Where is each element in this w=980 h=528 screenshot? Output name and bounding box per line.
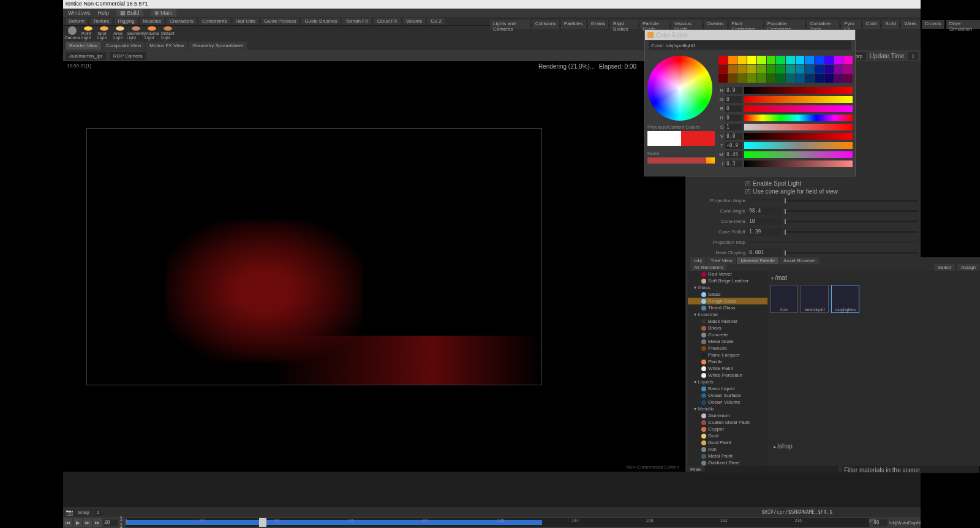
G-slider[interactable] bbox=[744, 96, 853, 103]
color-swatch[interactable] bbox=[805, 65, 814, 74]
color-wheel[interactable] bbox=[647, 56, 712, 121]
shelf-tab[interactable]: Fluid Containers bbox=[729, 20, 763, 29]
enable-spot-checkbox[interactable]: ✓Enable Spot Light bbox=[690, 180, 918, 187]
cone-delta-value[interactable]: 10 bbox=[748, 217, 782, 225]
cone-angle-value[interactable]: 98.4 bbox=[748, 207, 782, 215]
color-editor-panel[interactable]: Color Editor Color: /obj/spotlight1 Prev… bbox=[644, 29, 856, 176]
color-editor-header[interactable]: Color Editor bbox=[645, 30, 855, 40]
shelf-tab[interactable]: Muscles bbox=[140, 18, 164, 25]
color-swatches[interactable] bbox=[718, 56, 853, 83]
shelf-tab[interactable]: Pyro FX bbox=[841, 20, 861, 29]
color-swatch[interactable] bbox=[728, 65, 737, 74]
tree-item[interactable]: White Paint bbox=[688, 365, 767, 372]
near-clip-value[interactable]: 0.001 bbox=[748, 249, 782, 257]
shelf-tab[interactable]: Particles bbox=[561, 20, 586, 29]
color-swatch[interactable] bbox=[786, 65, 795, 74]
play-button[interactable]: ▶ bbox=[74, 518, 82, 527]
view-tab[interactable]: Composite View bbox=[102, 42, 145, 50]
color-swatch[interactable] bbox=[843, 56, 853, 64]
tree-item[interactable]: Glass bbox=[688, 291, 767, 298]
shelf-tab[interactable]: Terrain FX bbox=[342, 18, 371, 25]
G-value[interactable]: 0 bbox=[725, 96, 742, 103]
color-swatch[interactable] bbox=[757, 74, 766, 83]
shelf-tab[interactable]: Collisions bbox=[532, 20, 559, 29]
menu-help[interactable]: Help bbox=[98, 10, 110, 16]
shelf-tab[interactable]: Grains bbox=[588, 20, 609, 29]
tree-item[interactable]: Copper bbox=[688, 426, 767, 432]
color-swatch[interactable] bbox=[737, 74, 747, 83]
shelf-tab[interactable]: Oceans bbox=[704, 20, 727, 29]
filter-input-right[interactable]: Filter materials in the scene: bbox=[842, 466, 979, 473]
shelf-tab[interactable]: Constraints bbox=[199, 18, 230, 25]
color-swatch[interactable] bbox=[737, 56, 747, 64]
color-swatch[interactable] bbox=[843, 74, 853, 83]
tree-item[interactable]: Concrete bbox=[688, 331, 767, 338]
V-value[interactable]: 0.9 bbox=[725, 133, 742, 140]
shelf-tab[interactable]: Cloth bbox=[863, 20, 881, 29]
color-swatch[interactable] bbox=[834, 56, 843, 64]
shelf-tab[interactable]: Volume bbox=[403, 18, 426, 25]
shelf-tab[interactable]: Solid bbox=[882, 20, 899, 29]
shelf-tab[interactable]: Crowds bbox=[922, 20, 944, 29]
color-swatch[interactable] bbox=[757, 65, 766, 74]
M-value[interactable]: 0.45 bbox=[725, 151, 742, 158]
color-swatch[interactable] bbox=[805, 56, 814, 64]
color-swatch[interactable] bbox=[824, 65, 834, 74]
H-value[interactable]: 0 bbox=[725, 115, 742, 121]
snap-icon[interactable]: 📷 bbox=[66, 509, 73, 516]
none-swatch[interactable] bbox=[647, 157, 715, 164]
shelf-tab[interactable]: Rigid Bodies bbox=[610, 20, 638, 29]
shelf-tab[interactable]: Hair Utils bbox=[233, 18, 258, 25]
color-swatch[interactable] bbox=[815, 74, 824, 83]
render-viewport[interactable]: 15:50:21[1] Rendering (21.0%)... Elapsed… bbox=[63, 61, 685, 472]
shelf-tab[interactable]: Go Z bbox=[428, 18, 445, 25]
select-button[interactable]: Select bbox=[934, 264, 955, 271]
tree-item[interactable]: Ocean Surface bbox=[688, 392, 767, 399]
build-mode[interactable]: ▦ Build bbox=[116, 9, 143, 17]
I-slider[interactable] bbox=[744, 160, 853, 167]
tab-asset-browser[interactable]: Asset Browser bbox=[780, 257, 819, 264]
color-swatch[interactable] bbox=[796, 74, 805, 83]
tab-tree-view[interactable]: Tree View bbox=[707, 257, 736, 264]
R-value[interactable]: 0.9 bbox=[725, 87, 742, 94]
view-tab[interactable]: Geometry Spreadsheet bbox=[189, 42, 247, 50]
color-swatch[interactable] bbox=[786, 56, 795, 64]
cone-delta-slider[interactable] bbox=[785, 221, 918, 222]
color-swatch[interactable] bbox=[728, 74, 737, 83]
shelf-tab[interactable]: Particle Fluids bbox=[639, 20, 669, 29]
color-swatch[interactable] bbox=[843, 65, 853, 74]
tab-material-palette[interactable]: Material Palette bbox=[737, 257, 778, 264]
tree-item[interactable]: Black Rubber bbox=[688, 318, 767, 325]
tree-item[interactable]: White Porcelain bbox=[688, 372, 767, 379]
rop-path[interactable]: /out/mantra_ipr bbox=[66, 52, 106, 60]
color-swatch[interactable] bbox=[815, 56, 824, 64]
color-swatch[interactable] bbox=[718, 56, 728, 64]
color-path[interactable]: Color: /obj/spotlight1 bbox=[649, 41, 851, 50]
tree-item[interactable]: Piano Lacquer bbox=[688, 352, 767, 358]
color-swatch[interactable] bbox=[718, 74, 728, 83]
color-swatch[interactable] bbox=[728, 56, 737, 64]
cone-rolloff-slider[interactable] bbox=[785, 231, 918, 233]
color-swatch[interactable] bbox=[824, 74, 834, 83]
B-slider[interactable] bbox=[744, 105, 853, 112]
main-desktop[interactable]: ⊕ Main bbox=[151, 9, 176, 17]
light-tool[interactable]: Camera bbox=[66, 26, 79, 40]
view-tab[interactable]: Render View bbox=[66, 42, 101, 50]
color-swatch[interactable] bbox=[767, 56, 776, 64]
view-tab[interactable]: Motion FX View bbox=[146, 42, 187, 50]
proj-map-value[interactable] bbox=[748, 241, 918, 243]
shelf-tab[interactable]: Texture bbox=[90, 18, 112, 25]
tree-item[interactable]: Phenolic bbox=[688, 345, 767, 352]
tree-item[interactable]: Gold bbox=[688, 432, 767, 439]
tree-item[interactable]: Tinted Glass bbox=[688, 304, 767, 311]
mat-thumb-iron[interactable]: iron bbox=[770, 285, 798, 313]
color-swatch[interactable] bbox=[815, 65, 824, 74]
H-slider[interactable] bbox=[744, 115, 853, 121]
cone-rolloff-value[interactable]: 1.39 bbox=[748, 228, 782, 236]
M-slider[interactable] bbox=[744, 151, 853, 158]
color-swatch[interactable] bbox=[834, 65, 843, 74]
color-swatch[interactable] bbox=[757, 56, 766, 64]
last-frame-button[interactable]: ⏭ bbox=[93, 518, 102, 527]
tree-item[interactable]: Soft Beige Leather bbox=[688, 277, 767, 284]
tree-item[interactable]: ▾ Metallic bbox=[688, 405, 767, 412]
